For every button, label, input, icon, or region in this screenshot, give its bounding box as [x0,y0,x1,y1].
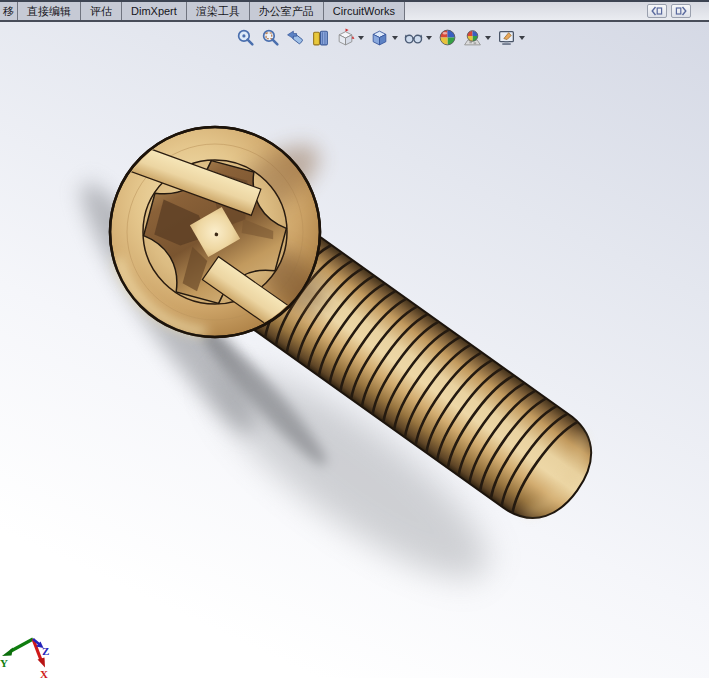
previous-view-button[interactable] [284,26,307,49]
model-scene: Y X Z [0,22,709,678]
x-axis-label: X [40,668,48,678]
apply-scene-dropdown-caret[interactable] [485,36,491,40]
view-orientation-icon [336,28,355,47]
zoom-to-fit-icon [236,28,255,47]
command-manager-tabbar: 移直接编辑评估DimXpert渲染工具办公室产品CircuitWorks [0,0,709,22]
screw-head[interactable] [110,127,336,339]
previous-view-icon [286,28,305,47]
y-axis-label: Y [0,657,8,669]
section-view-button[interactable] [309,26,332,49]
command-tabs: 移直接编辑评估DimXpert渲染工具办公室产品CircuitWorks [0,2,405,20]
view-heads-up-toolbar [234,26,527,49]
dock-collapse-left-icon [651,6,663,16]
tab-办公室产品[interactable]: 办公室产品 [250,2,324,20]
hide-show-items-icon [404,28,423,47]
edit-appearance-button[interactable] [436,26,459,49]
y-axis-arrow [2,648,13,657]
z-axis-label: Z [42,645,49,657]
x-axis-arrow [38,658,46,668]
tabbar-spacer [405,2,709,20]
dock-expand-right-icon [675,6,687,16]
section-view-icon [311,28,330,47]
view-settings-icon [497,28,516,47]
edit-appearance-icon [438,28,457,47]
display-style-icon [370,28,389,47]
apply-scene-icon [463,28,482,47]
view-settings-button[interactable] [495,26,527,49]
apply-scene-button[interactable] [461,26,493,49]
hide-show-items-button[interactable] [402,26,434,49]
tab-评估[interactable]: 评估 [81,2,122,20]
tab-渲染工具[interactable]: 渲染工具 [187,2,250,20]
dock-collapse-left-button[interactable] [647,4,667,18]
tab-CircuitWorks[interactable]: CircuitWorks [324,2,405,20]
tab-直接编辑[interactable]: 直接编辑 [18,2,81,20]
dock-expand-right-button[interactable] [671,4,691,18]
hide-show-items-dropdown-caret[interactable] [426,36,432,40]
view-orientation-button[interactable] [334,26,366,49]
view-orientation-dropdown-caret[interactable] [358,36,364,40]
zoom-to-area-icon [261,28,280,47]
zoom-to-area-button[interactable] [259,26,282,49]
tab-移[interactable]: 移 [0,2,18,20]
orientation-triad: Y X Z [0,639,49,678]
zoom-to-fit-button[interactable] [234,26,257,49]
tab-DimXpert[interactable]: DimXpert [122,2,187,20]
view-settings-dropdown-caret[interactable] [519,36,525,40]
graphics-viewport[interactable]: Y X Z [0,22,709,678]
display-style-button[interactable] [368,26,400,49]
display-style-dropdown-caret[interactable] [392,36,398,40]
